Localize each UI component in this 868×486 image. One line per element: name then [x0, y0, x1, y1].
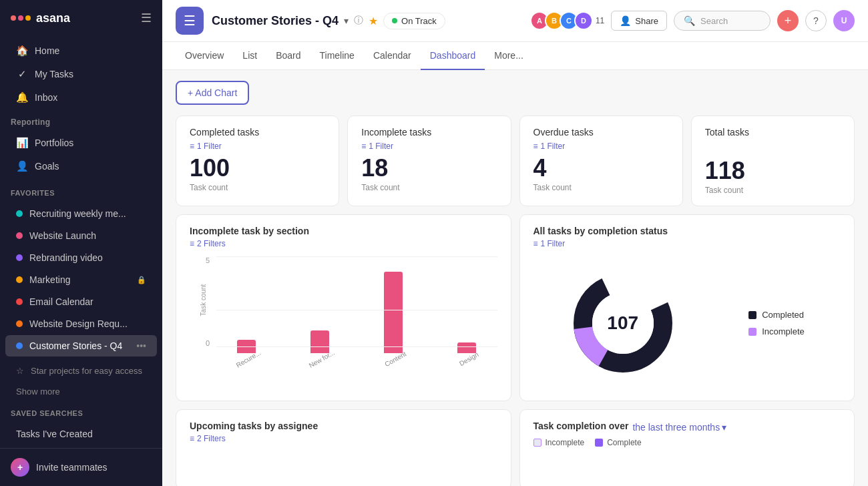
- nav-tabs: Overview List Board Timeline Calendar Da…: [162, 42, 868, 70]
- stat-overdue-title: Overdue tasks: [533, 127, 669, 138]
- bars-container: Recure... New for... Content: [216, 272, 497, 363]
- stat-incomplete-title: Incomplete tasks: [361, 127, 497, 138]
- filter-icon-upcoming: ≡: [190, 434, 194, 443]
- task-completion-card: Task completion over the last three mont…: [519, 409, 855, 486]
- stat-completed-filter-label: 1 Filter: [197, 142, 222, 151]
- bar-chart-filter-label: 2 Filters: [197, 239, 226, 248]
- goals-icon: 👤: [16, 160, 28, 172]
- donut-area: 107 Completed Incomplete: [533, 256, 841, 390]
- bar-chart-filter[interactable]: ≡ 2 Filters: [190, 239, 497, 248]
- bar-group-3: Design: [437, 342, 497, 363]
- sidebar-item-goals[interactable]: 👤 Goals: [5, 155, 157, 178]
- tab-calendar[interactable]: Calendar: [364, 42, 421, 70]
- favorites-section-label: Favorites: [0, 181, 162, 200]
- on-track-label: On Track: [401, 16, 437, 26]
- tab-dashboard[interactable]: Dashboard: [421, 42, 485, 70]
- portfolios-icon: 📊: [16, 137, 28, 149]
- content-area: + Add Chart Completed tasks ≡ 1 Filter 1…: [162, 70, 868, 486]
- tab-list[interactable]: List: [233, 42, 266, 70]
- donut-chart-title: All tasks by completion status: [533, 226, 841, 236]
- on-track-dot: [392, 18, 397, 23]
- menu-icon: ☰: [184, 13, 196, 29]
- logo-dot-pink: [18, 15, 23, 21]
- logo-dot-red: [11, 15, 16, 21]
- show-more-btn[interactable]: Show more: [5, 383, 157, 401]
- star-projects-label: Star projects for easy access: [31, 366, 142, 376]
- sidebar-item-mytasks[interactable]: ✓ My Tasks: [5, 63, 157, 85]
- comp-legend-complete: Complete: [595, 438, 641, 447]
- stat-card-completed: Completed tasks ≡ 1 Filter 100 Task coun…: [176, 115, 339, 206]
- stat-overdue-filter[interactable]: ≡ 1 Filter: [533, 142, 669, 151]
- hamburger-icon[interactable]: ☰: [141, 11, 152, 25]
- asana-logo: asana: [11, 11, 70, 25]
- sidebar-item-tasks-created[interactable]: Tasks I've Created: [5, 423, 157, 445]
- stat-overdue-label: Task count: [533, 183, 669, 192]
- share-button[interactable]: 👤 Share: [611, 11, 667, 31]
- fav-dot-website-design: [16, 320, 23, 327]
- avatar-4: D: [574, 11, 593, 30]
- invite-icon: +: [11, 458, 29, 477]
- sidebar-item-inbox-label: Inbox: [35, 92, 146, 103]
- sidebar-item-website-launch[interactable]: Website Launch: [5, 225, 157, 246]
- chevron-down-time-icon: ▾: [722, 422, 726, 433]
- stat-total-number: 118: [705, 159, 841, 183]
- sidebar-item-inbox[interactable]: 🔔 Inbox: [5, 86, 157, 109]
- sidebar-item-recruiting[interactable]: Recruiting weekly me...: [5, 203, 157, 224]
- bar-1: [310, 330, 329, 353]
- chevron-down-icon[interactable]: ▾: [344, 15, 349, 26]
- plus-button[interactable]: +: [777, 10, 799, 31]
- project-icon-button[interactable]: ☰: [176, 7, 204, 35]
- stat-completed-filter[interactable]: ≡ 1 Filter: [190, 142, 325, 151]
- item-dots-icon[interactable]: •••: [136, 340, 146, 351]
- sidebar-item-website-design[interactable]: Website Design Requ...: [5, 313, 157, 334]
- add-chart-button[interactable]: + Add Chart: [176, 81, 249, 105]
- stat-card-incomplete: Incomplete tasks ≡ 1 Filter 18 Task coun…: [347, 115, 511, 206]
- comp-incomplete-label: Incomplete: [546, 438, 585, 447]
- sidebar-item-recruiting-label: Recruiting weekly me...: [29, 208, 146, 219]
- tab-timeline[interactable]: Timeline: [310, 42, 364, 70]
- sidebar-item-email-calendar[interactable]: Email Calendar: [5, 291, 157, 312]
- upcoming-tasks-filter[interactable]: ≡ 2 Filters: [190, 434, 497, 443]
- sidebar-item-email-calendar-label: Email Calendar: [29, 296, 146, 307]
- stat-incomplete-filter[interactable]: ≡ 1 Filter: [361, 142, 497, 151]
- sidebar-item-customer-stories-label: Customer Stories - Q4: [29, 340, 130, 351]
- sidebar-item-marketing[interactable]: Marketing 🔒: [5, 269, 157, 290]
- bar-chart-title: Incomplete task by section: [190, 226, 497, 236]
- donut-chart-card: All tasks by completion status ≡ 1 Filte…: [519, 214, 855, 401]
- star-projects-item[interactable]: ☆ Star projects for easy access: [5, 360, 157, 381]
- project-title: Customer Stories - Q4: [212, 14, 339, 28]
- tab-more[interactable]: More...: [485, 42, 533, 70]
- project-title-area: Customer Stories - Q4 ▾ ⓘ ★ On Track: [212, 13, 522, 29]
- asana-logo-icon: [11, 15, 31, 21]
- user-avatar[interactable]: U: [833, 10, 855, 31]
- filter-icon-bar: ≡: [190, 239, 194, 248]
- time-selector[interactable]: the last three months ▾: [632, 422, 726, 433]
- star-favorite-icon[interactable]: ★: [369, 15, 378, 27]
- tab-board[interactable]: Board: [266, 42, 310, 70]
- search-box[interactable]: 🔍 Search: [674, 11, 771, 31]
- sidebar-item-rebranding-label: Rebranding video: [29, 252, 146, 263]
- sidebar-item-portfolios-label: Portfolios: [35, 138, 146, 148]
- reporting-section-label: Reporting: [0, 112, 162, 128]
- bottom-charts-row: Upcoming tasks by assignee ≡ 2 Filters T…: [176, 409, 855, 486]
- bar-chart-area: 5 0 Recure...: [190, 256, 497, 390]
- sidebar-item-rebranding[interactable]: Rebranding video: [5, 247, 157, 268]
- sidebar-item-customer-stories[interactable]: Customer Stories - Q4 •••: [5, 335, 157, 356]
- tab-overview[interactable]: Overview: [176, 42, 233, 70]
- legend-completed: Completed: [748, 310, 805, 320]
- fav-dot-recruiting: [16, 210, 23, 217]
- sidebar-nav: 🏠 Home ✓ My Tasks 🔔 Inbox: [0, 36, 162, 112]
- sidebar-item-portfolios[interactable]: 📊 Portfolios: [5, 132, 157, 154]
- topbar: ☰ Customer Stories - Q4 ▾ ⓘ ★ On Track A…: [162, 0, 868, 42]
- topbar-right: A B C D 11 👤 Share 🔍 Search + ? U: [530, 10, 855, 31]
- stat-total-label: Task count: [705, 186, 841, 195]
- sidebar-item-website-design-label: Website Design Requ...: [29, 318, 146, 329]
- stats-row: Completed tasks ≡ 1 Filter 100 Task coun…: [176, 115, 855, 206]
- sidebar-item-home[interactable]: 🏠 Home: [5, 39, 157, 62]
- sidebar-item-home-label: Home: [35, 45, 146, 56]
- upcoming-tasks-card: Upcoming tasks by assignee ≡ 2 Filters: [176, 409, 511, 486]
- invite-teammates-item[interactable]: + Invite teammates: [0, 449, 162, 486]
- help-button[interactable]: ?: [805, 10, 827, 31]
- donut-chart-filter[interactable]: ≡ 1 Filter: [533, 239, 841, 248]
- info-icon[interactable]: ⓘ: [354, 15, 363, 27]
